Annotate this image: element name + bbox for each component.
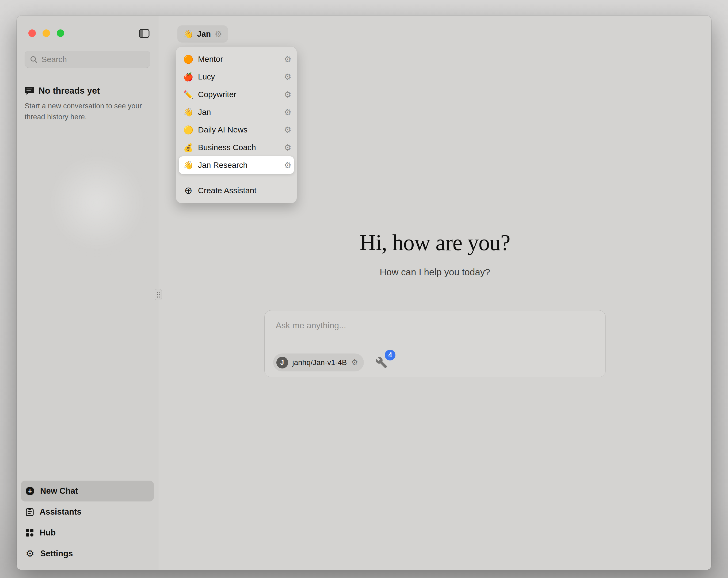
tools-button[interactable]: 4: [374, 356, 389, 370]
sidebar-item-hub[interactable]: Hub: [21, 522, 154, 543]
nav-item-label: Assistants: [40, 507, 82, 517]
search-input[interactable]: Search: [25, 51, 150, 68]
chat-input-placeholder[interactable]: Ask me anything...: [276, 321, 594, 330]
assistant-emoji: 🟠: [183, 55, 194, 64]
menu-item-label: Daily AI News: [198, 125, 280, 134]
sidebar-nav: + New Chat Assistants: [21, 481, 154, 564]
assistant-settings-button[interactable]: ⚙: [284, 108, 291, 117]
nav-item-label: Hub: [40, 528, 56, 537]
gear-icon: ⚙: [284, 160, 291, 170]
assistant-settings-button[interactable]: ⚙: [284, 73, 291, 81]
nav-item-label: Settings: [40, 549, 73, 558]
assistant-settings-button[interactable]: ⚙: [284, 126, 291, 134]
traffic-lights: [28, 29, 64, 37]
assistant-dropdown-menu: 🟠 Mentor ⚙ 🍎 Lucy ⚙ ✏️ Copywriter ⚙ 👋 Ja…: [176, 46, 297, 203]
menu-item-label: Create Assistant: [198, 186, 291, 195]
composer-toolbar: J janhq/Jan-v1-4B ⚙ 4: [273, 353, 389, 371]
menu-item-daily-ai-news[interactable]: 🟡 Daily AI News ⚙: [179, 121, 294, 139]
create-assistant-button[interactable]: ⊕ Create Assistant: [179, 182, 294, 199]
desktop-background: Search No threads yet Start a new conver…: [0, 0, 728, 578]
assistant-emoji: 💰: [183, 143, 194, 152]
empty-state-subtitle: Start a new conversation to see your thr…: [25, 101, 145, 122]
gear-icon: ⚙: [284, 72, 291, 82]
menu-item-lucy[interactable]: 🍎 Lucy ⚙: [179, 68, 294, 85]
sidebar-item-assistants[interactable]: Assistants: [21, 501, 154, 522]
menu-item-business-coach[interactable]: 💰 Business Coach ⚙: [179, 139, 294, 156]
settings-gear-icon: ⚙: [26, 549, 34, 558]
menu-item-label: Copywriter: [198, 90, 280, 99]
greeting-subtitle: How can I help you today?: [158, 267, 711, 277]
close-button[interactable]: [28, 29, 36, 37]
nav-item-label: New Chat: [40, 486, 78, 496]
model-selector-button[interactable]: J janhq/Jan-v1-4B ⚙: [273, 353, 364, 371]
assistant-emoji: 🍎: [183, 72, 194, 82]
gear-icon: ⚙: [284, 107, 291, 117]
sidebar-resize-handle[interactable]: [155, 289, 162, 300]
menu-item-label: Lucy: [198, 72, 280, 81]
plus-icon: +: [26, 487, 34, 495]
menu-item-label: Jan: [198, 107, 280, 117]
assistant-selector-button[interactable]: 👋 Jan ⚙: [177, 25, 228, 43]
welcome-section: Hi, how are you? How can I help you toda…: [158, 230, 711, 277]
assistant-settings-button[interactable]: ⚙: [284, 91, 291, 99]
menu-item-jan[interactable]: 👋 Jan ⚙: [179, 103, 294, 121]
tools-count-badge: 4: [385, 350, 395, 360]
sidebar-toggle-button[interactable]: [136, 26, 152, 41]
menu-item-jan-research[interactable]: 👋 Jan Research ⚙: [179, 156, 294, 174]
assistant-name: Jan: [197, 29, 211, 39]
search-placeholder: Search: [42, 55, 67, 64]
sidebar-item-settings[interactable]: ⚙ Settings: [21, 543, 154, 564]
main-area: 👋 Jan ⚙ 🟠 Mentor ⚙ 🍎 Lucy ⚙ ✏️ Copywrite…: [158, 16, 711, 570]
assistant-emoji: 🟡: [183, 125, 194, 134]
model-avatar: J: [277, 357, 288, 369]
search-icon: [30, 55, 38, 64]
chat-input-card[interactable]: Ask me anything... J janhq/Jan-v1-4B ⚙ 4: [264, 310, 606, 377]
new-chat-button[interactable]: + New Chat: [21, 481, 154, 501]
hub-icon: [26, 529, 34, 537]
menu-item-label: Business Coach: [198, 143, 280, 152]
zoom-button[interactable]: [57, 29, 64, 37]
assistant-settings-button[interactable]: ⚙: [284, 55, 291, 64]
assistant-settings-button[interactable]: ⚙: [284, 144, 291, 152]
menu-item-label: Jan Research: [198, 160, 280, 170]
grip-dots-icon: [157, 291, 160, 298]
menu-item-copywriter[interactable]: ✏️ Copywriter ⚙: [179, 85, 294, 103]
empty-state-title: No threads yet: [38, 85, 100, 96]
sidebar: Search No threads yet Start a new conver…: [17, 16, 158, 570]
sidebar-panel-icon: [139, 29, 150, 38]
assistant-emoji: 👋: [183, 29, 193, 39]
gear-icon: ⚙: [284, 54, 291, 64]
menu-item-label: Mentor: [198, 55, 280, 64]
gear-icon: ⚙: [284, 125, 291, 134]
gear-icon: ⚙: [284, 143, 291, 152]
model-settings-icon[interactable]: ⚙: [351, 358, 358, 366]
gear-icon: ⚙: [284, 90, 291, 99]
app-window: Search No threads yet Start a new conver…: [17, 16, 711, 570]
plus-circle-icon: ⊕: [183, 186, 194, 195]
menu-divider: [181, 178, 292, 178]
assistant-settings-button[interactable]: ⚙: [284, 161, 291, 169]
assistants-icon: [26, 508, 34, 516]
chat-bubble-icon: [25, 86, 34, 95]
empty-state: No threads yet Start a new conversation …: [25, 85, 148, 122]
gear-icon: ⚙: [214, 30, 222, 38]
menu-item-mentor[interactable]: 🟠 Mentor ⚙: [179, 50, 294, 68]
assistant-emoji: ✏️: [183, 90, 194, 99]
assistant-emoji: 👋: [183, 160, 194, 170]
minimize-button[interactable]: [43, 29, 50, 37]
assistant-emoji: 👋: [183, 107, 194, 117]
model-name: janhq/Jan-v1-4B: [292, 358, 347, 367]
greeting-heading: Hi, how are you?: [158, 230, 711, 255]
